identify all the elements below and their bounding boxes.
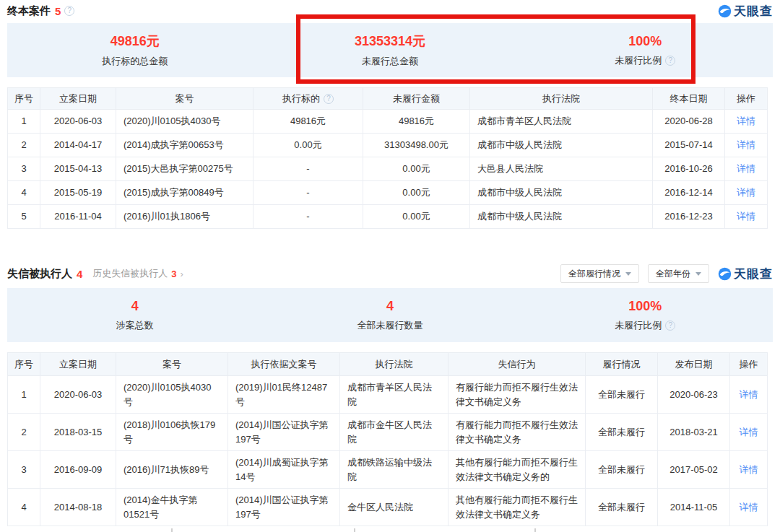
action-cell: 详情 — [730, 451, 768, 489]
detail-link[interactable]: 详情 — [737, 163, 755, 174]
shixin-summary-banner: 4涉案总数4全部未履行数量100%未履行比例? — [7, 288, 773, 342]
table-cell: 5 — [8, 205, 40, 229]
help-icon[interactable]: ? — [665, 320, 675, 331]
shixin-count-badge: 4 — [77, 268, 82, 280]
table-cell: - — [254, 181, 363, 205]
table-cell: (2015)成执字第00849号 — [116, 181, 254, 205]
summary-stat: 31353314元未履行总金额 — [262, 32, 517, 68]
table-cell: 2018-03-21 — [658, 414, 730, 451]
table-cell: - — [254, 157, 363, 181]
stat-label: 全部未履行数量 — [262, 319, 517, 332]
action-cell: 详情 — [725, 181, 768, 205]
stat-value: 100% — [518, 34, 773, 49]
history-shixin-count: 3 — [171, 269, 176, 279]
table-cell: 有履行能力而拒不履行生效法律文书确定义务 — [448, 376, 586, 414]
column-header: 序号 — [8, 88, 40, 110]
zhongben-case-table: 序号立案日期案号执行标的?未履行金额执行法院终本日期操作12020-06-03(… — [7, 87, 768, 229]
table-cell: 2020-06-23 — [658, 376, 730, 414]
detail-link[interactable]: 详情 — [737, 139, 755, 150]
detail-link[interactable]: 详情 — [737, 211, 755, 222]
table-cell: 2020-06-03 — [40, 110, 116, 134]
stat-value: 49816元 — [7, 32, 262, 50]
history-shixin-label: 历史失信被执行人 — [92, 267, 168, 280]
table-cell: 成都市金牛区人民法院 — [340, 414, 448, 451]
stat-value: 100% — [518, 299, 773, 314]
table-cell: (2014)川国公证执字第197号 — [228, 414, 340, 451]
table-cell: 2016-12-14 — [653, 181, 725, 205]
detail-link[interactable]: 详情 — [737, 115, 755, 126]
detail-link[interactable]: 详情 — [740, 502, 758, 513]
summary-stat: 49816元执行标的总金额 — [7, 32, 262, 68]
action-cell: 详情 — [730, 376, 768, 414]
help-icon[interactable]: ? — [64, 6, 74, 16]
detail-link[interactable]: 详情 — [740, 464, 758, 475]
detail-link[interactable]: 详情 — [737, 187, 755, 198]
column-header: 案号 — [116, 88, 254, 110]
zhongben-count-badge: 5 — [55, 5, 61, 17]
table-cell: 1 — [8, 376, 40, 414]
history-shixin-link[interactable]: 历史失信被执行人 3 › — [92, 267, 183, 280]
help-icon[interactable]: ? — [324, 94, 334, 104]
table-cell: 2016-11-04 — [40, 205, 116, 229]
table-cell: 2017-05-02 — [658, 451, 730, 489]
table-cell: 3 — [8, 451, 40, 489]
column-header: 终本日期 — [653, 88, 725, 110]
stat-label: 未履行比例? — [518, 54, 773, 67]
table-cell: 其他有履行能力而拒不履行生效法律文书确定义务 — [448, 489, 586, 526]
action-cell: 详情 — [725, 205, 768, 229]
table-cell: (2014)成执字第00653号 — [116, 134, 254, 157]
table-row: 52016-11-04(2016)川01执1806号-0.00元成都市中级人民法… — [8, 205, 768, 229]
help-icon[interactable]: ? — [665, 56, 675, 66]
stat-value: 4 — [7, 299, 262, 314]
summary-stat: 100%未履行比例? — [518, 34, 773, 67]
stat-label: 执行标的总金额 — [7, 55, 262, 68]
shixin-table: 序号立案日期案号执行依据文案号执行法院失信行为履行情况发布日期操作12020-0… — [7, 352, 768, 526]
table-cell: 2016-12-23 — [653, 205, 725, 229]
tianyancha-wave-icon — [718, 4, 732, 18]
column-header: 发布日期 — [658, 353, 730, 376]
column-header: 操作 — [730, 353, 768, 376]
table-cell: 4 — [8, 489, 40, 526]
tianyancha-logo-text: 天眼查 — [734, 266, 773, 282]
detail-link[interactable]: 详情 — [740, 389, 758, 400]
tianyancha-logo-text: 天眼查 — [734, 3, 773, 19]
column-header: 执行法院 — [470, 88, 653, 110]
table-cell: 2 — [8, 134, 40, 157]
table-cell: 全部未履行 — [586, 414, 658, 451]
summary-stat: 100%未履行比例? — [518, 299, 773, 332]
table-cell: 2014-04-17 — [40, 134, 116, 157]
stat-label: 未履行比例? — [518, 319, 773, 332]
column-header: 序号 — [8, 353, 40, 376]
detail-link[interactable]: 详情 — [740, 427, 758, 437]
column-header: 立案日期 — [40, 353, 116, 376]
table-cell: 有履行能力而拒不履行生效法律文书确定义务 — [448, 414, 586, 451]
table-cell: 2018-03-15 — [40, 414, 116, 451]
table-cell: 2016-09-09 — [40, 451, 116, 489]
tianyancha-logo: 天眼查 — [718, 3, 773, 19]
table-cell: 成都市中级人民法院 — [470, 205, 653, 229]
table-cell: 2015-05-19 — [40, 181, 116, 205]
stat-value: 4 — [262, 299, 517, 314]
shixin-section-header: 失信被执行人 4 历史失信被执行人 3 › 全部履行情况 全部年份 天眼查 — [7, 265, 773, 282]
table-cell: 4 — [8, 181, 40, 205]
table-row: 12020-06-03(2020)川0105执4030号49816元49816元… — [8, 110, 768, 134]
divider-tick — [171, 528, 173, 532]
year-filter-dropdown[interactable]: 全部年份 — [648, 264, 709, 283]
shixin-title: 失信被执行人 — [7, 267, 72, 281]
column-header: 操作 — [725, 88, 768, 110]
divider-tick — [534, 528, 536, 532]
column-header: 未履行金额 — [363, 88, 470, 110]
chevron-down-icon — [625, 272, 631, 276]
stat-label: 涉案总数 — [7, 319, 262, 332]
performance-filter-dropdown[interactable]: 全部履行情况 — [560, 264, 639, 283]
table-row: 42014-08-18(2014)金牛执字第01521号(2014)川国公证执字… — [8, 489, 768, 526]
table-cell: (2016)川01执1806号 — [116, 205, 254, 229]
action-cell: 详情 — [725, 134, 768, 157]
action-cell: 详情 — [730, 489, 768, 526]
table-cell: 49816元 — [254, 110, 363, 134]
table-cell: - — [254, 205, 363, 229]
table-cell: 0.00元 — [363, 205, 470, 229]
table-cell: (2015)大邑执字第00275号 — [116, 157, 254, 181]
table-cell: (2020)川0105执4030号 — [116, 110, 254, 134]
table-row: 22014-04-17(2014)成执字第00653号0.00元31303498… — [8, 134, 768, 157]
